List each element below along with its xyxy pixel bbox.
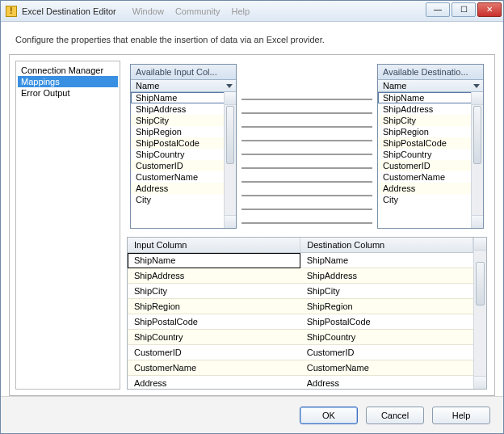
grid-cell-input[interactable]: ShipRegion bbox=[128, 299, 300, 314]
scrollbar[interactable] bbox=[471, 92, 483, 228]
column-item[interactable]: Address bbox=[378, 183, 483, 194]
column-item[interactable]: ShipCountry bbox=[378, 149, 483, 160]
table-row[interactable]: CustomerNameCustomerName bbox=[128, 360, 473, 376]
scrollbar[interactable] bbox=[473, 238, 486, 389]
column-item[interactable]: ShipPostalCode bbox=[378, 137, 483, 149]
input-columns-box: Available Input Col... Name ShipNameShip… bbox=[130, 64, 237, 229]
column-item[interactable]: ShipPostalCode bbox=[131, 137, 236, 149]
column-item[interactable]: CustomerName bbox=[378, 171, 483, 183]
column-item[interactable]: City bbox=[131, 194, 236, 205]
menu-community[interactable]: Community bbox=[175, 6, 220, 16]
column-item[interactable]: Address bbox=[131, 183, 236, 194]
sidebar-item[interactable]: Error Output bbox=[18, 87, 118, 99]
ok-button[interactable]: OK bbox=[300, 407, 358, 424]
grid-header-input[interactable]: Input Column bbox=[128, 238, 300, 253]
sort-indicator-icon bbox=[226, 84, 233, 88]
column-item[interactable]: ShipRegion bbox=[131, 126, 236, 137]
grid-cell-input[interactable]: Address bbox=[128, 376, 300, 390]
grid-cell-dest[interactable]: ShipCity bbox=[300, 284, 473, 299]
table-row[interactable]: ShipPostalCodeShipPostalCode bbox=[128, 314, 473, 330]
instruction-text: Configure the properties that enable the… bbox=[15, 35, 489, 44]
column-item[interactable]: ShipCountry bbox=[131, 149, 236, 160]
input-columns-subheader[interactable]: Name bbox=[131, 80, 236, 92]
scroll-thumb[interactable] bbox=[476, 262, 485, 305]
grid-cell-dest[interactable]: ShipAddress bbox=[300, 268, 473, 284]
grid-cell-dest[interactable]: ShipCountry bbox=[300, 330, 473, 345]
window: Excel Destination Editor Window Communit… bbox=[0, 0, 504, 434]
input-columns-list[interactable]: ShipNameShipAddressShipCityShipRegionShi… bbox=[131, 92, 236, 228]
column-item[interactable]: ShipRegion bbox=[378, 126, 483, 137]
maximize-button[interactable]: ☐ bbox=[452, 2, 476, 17]
grid-cell-input[interactable]: ShipPostalCode bbox=[128, 314, 300, 330]
table-row[interactable]: ShipCityShipCity bbox=[128, 284, 473, 299]
grid-cell-input[interactable]: ShipCountry bbox=[128, 330, 300, 345]
main-panel: Available Input Col... Name ShipNameShip… bbox=[125, 61, 489, 390]
sidebar-item[interactable]: Mappings bbox=[18, 76, 118, 87]
grid-cell-dest[interactable]: Address bbox=[300, 376, 473, 390]
mapping-grid: Input Column Destination Column ShipName… bbox=[127, 237, 487, 390]
grid-cell-input[interactable]: CustomerID bbox=[128, 345, 300, 360]
minimize-button[interactable]: — bbox=[426, 2, 450, 17]
sort-indicator-icon bbox=[473, 84, 480, 88]
column-item[interactable]: ShipCity bbox=[131, 115, 236, 126]
cancel-button[interactable]: Cancel bbox=[366, 407, 424, 424]
grid-header-dest[interactable]: Destination Column bbox=[300, 238, 473, 253]
window-title: Excel Destination Editor bbox=[22, 6, 116, 16]
column-item[interactable]: City bbox=[378, 194, 483, 205]
menubar: Window Community Help bbox=[132, 6, 250, 16]
mapping-canvas: Available Input Col... Name ShipNameShip… bbox=[125, 61, 489, 237]
table-row[interactable]: ShipCountryShipCountry bbox=[128, 330, 473, 345]
footer: OK Cancel Help bbox=[1, 396, 503, 433]
sidebar-item[interactable]: Connection Manager bbox=[18, 65, 118, 76]
close-button[interactable]: ✕ bbox=[477, 2, 502, 17]
help-button[interactable]: Help bbox=[432, 407, 490, 424]
column-item[interactable]: ShipAddress bbox=[378, 103, 483, 115]
table-row[interactable]: ShipAddressShipAddress bbox=[128, 268, 473, 284]
scroll-thumb[interactable] bbox=[226, 106, 234, 164]
destination-columns-subheader[interactable]: Name bbox=[378, 80, 483, 92]
table-row[interactable]: ShipNameShipName bbox=[128, 253, 473, 268]
column-item[interactable]: ShipAddress bbox=[131, 103, 236, 115]
column-item[interactable]: ShipCity bbox=[378, 115, 483, 126]
input-columns-header: Available Input Col... bbox=[131, 65, 236, 80]
grid-cell-dest[interactable]: ShipName bbox=[300, 253, 473, 268]
grid-cell-input[interactable]: ShipName bbox=[128, 253, 300, 268]
scrollbar[interactable] bbox=[224, 92, 236, 228]
grid-cell-dest[interactable]: CustomerID bbox=[300, 345, 473, 360]
table-row[interactable]: CustomerIDCustomerID bbox=[128, 345, 473, 360]
table-row[interactable]: ShipRegionShipRegion bbox=[128, 299, 473, 314]
app-icon bbox=[6, 6, 17, 17]
grid-cell-input[interactable]: CustomerName bbox=[128, 360, 300, 376]
mapping-lines bbox=[242, 93, 372, 230]
destination-columns-box: Available Destinatio... Name ShipNameShi… bbox=[377, 64, 484, 229]
grid-cell-dest[interactable]: ShipPostalCode bbox=[300, 314, 473, 330]
table-row[interactable]: AddressAddress bbox=[128, 376, 473, 390]
destination-columns-header: Available Destinatio... bbox=[378, 65, 483, 80]
column-item[interactable]: CustomerID bbox=[378, 160, 483, 171]
menu-window[interactable]: Window bbox=[132, 6, 164, 16]
body: Connection ManagerMappingsError Output A… bbox=[9, 54, 495, 396]
destination-columns-list[interactable]: ShipNameShipAddressShipCityShipRegionShi… bbox=[378, 92, 483, 228]
column-item[interactable]: CustomerName bbox=[131, 171, 236, 183]
column-item[interactable]: ShipName bbox=[378, 92, 483, 103]
sidebar: Connection ManagerMappingsError Output bbox=[15, 61, 120, 390]
grid-cell-input[interactable]: ShipCity bbox=[128, 284, 300, 299]
column-item[interactable]: CustomerID bbox=[131, 160, 236, 171]
titlebar[interactable]: Excel Destination Editor Window Communit… bbox=[1, 1, 503, 22]
scroll-thumb[interactable] bbox=[473, 106, 481, 164]
grid-cell-dest[interactable]: ShipRegion bbox=[300, 299, 473, 314]
column-item[interactable]: ShipName bbox=[131, 92, 236, 103]
grid-cell-input[interactable]: ShipAddress bbox=[128, 268, 300, 284]
grid-cell-dest[interactable]: CustomerName bbox=[300, 360, 473, 376]
menu-help[interactable]: Help bbox=[232, 6, 250, 16]
